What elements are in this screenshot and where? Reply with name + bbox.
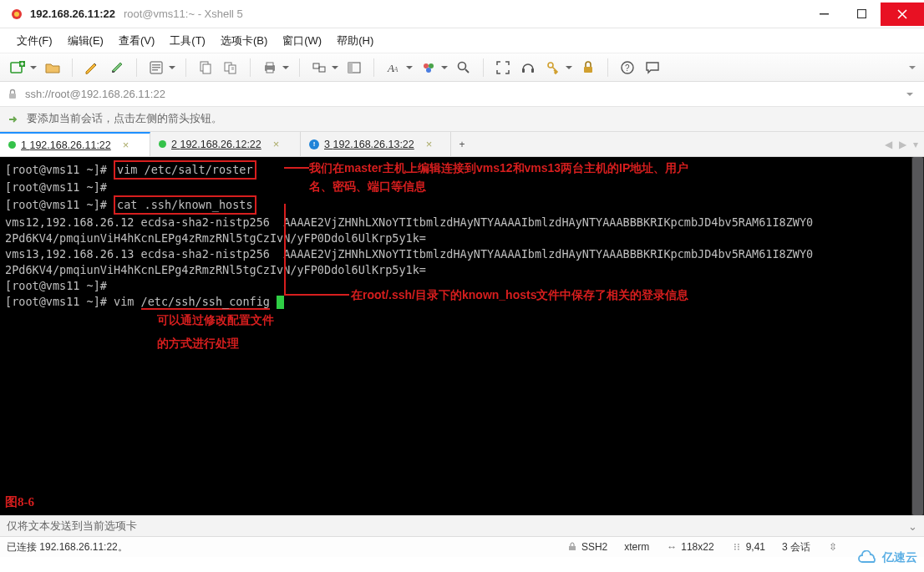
- toolbar-separator: [72, 58, 73, 77]
- svg-rect-8: [152, 64, 160, 66]
- new-tab-button[interactable]: +: [451, 132, 473, 156]
- send-target-bar[interactable]: 仅将文本发送到当前选项卡 ⌄: [0, 515, 924, 537]
- copy-icon[interactable]: [195, 57, 216, 78]
- status-bar: 已连接 192.168.26.11:22。 SSH2 xterm ↔118x22…: [0, 537, 924, 557]
- tab-list-icon[interactable]: ▾: [911, 139, 921, 150]
- chat-icon[interactable]: [642, 57, 663, 78]
- status-cursor: 9,41: [746, 541, 765, 553]
- svg-rect-31: [584, 67, 592, 73]
- color-icon[interactable]: [418, 57, 439, 78]
- svg-text:?: ?: [625, 63, 630, 73]
- toolbar-separator: [483, 58, 484, 77]
- menu-file[interactable]: 文件(F): [10, 30, 59, 52]
- size-icon: ↔: [666, 541, 678, 553]
- fullscreen-icon[interactable]: [492, 57, 514, 78]
- help-icon[interactable]: ?: [617, 57, 638, 78]
- tab-close-icon[interactable]: ×: [273, 138, 280, 150]
- status-dot-connected: [159, 140, 166, 148]
- address-lock-icon: [5, 87, 20, 102]
- address-input[interactable]: [25, 88, 901, 100]
- status-dot-connected: [8, 141, 16, 149]
- menu-tabs[interactable]: 选项卡(B): [214, 30, 274, 52]
- status-connected: 已连接 192.168.26.11:22。: [7, 540, 555, 554]
- print-icon[interactable]: [259, 57, 281, 78]
- properties-icon[interactable]: [145, 57, 167, 78]
- status-size: 118x22: [681, 541, 713, 553]
- chevron-up-down-icon[interactable]: ⇳: [827, 541, 839, 553]
- multi-paste-icon[interactable]: [220, 57, 241, 78]
- toolbar-separator: [299, 58, 300, 77]
- menubar: 文件(F) 编辑(E) 查看(V) 工具(T) 选项卡(B) 窗口(W) 帮助(…: [0, 28, 924, 53]
- maximize-button[interactable]: [843, 3, 881, 26]
- tab-close-icon[interactable]: ×: [426, 138, 433, 150]
- menu-help[interactable]: 帮助(H): [330, 30, 380, 52]
- new-session-icon[interactable]: [7, 57, 28, 78]
- terminal-prompt: [root@vms11 ~]#: [5, 198, 114, 211]
- address-dropdown[interactable]: [906, 90, 919, 99]
- new-session-dropdown[interactable]: [28, 57, 38, 78]
- key-lock-icon[interactable]: [542, 57, 564, 78]
- toolbar-overflow[interactable]: [907, 57, 917, 78]
- minimize-button[interactable]: [805, 3, 843, 26]
- menu-tools[interactable]: 工具(T): [163, 30, 212, 52]
- menu-edit[interactable]: 编辑(E): [61, 30, 110, 52]
- tab-close-icon[interactable]: ×: [123, 139, 129, 151]
- sessions-dropdown[interactable]: [330, 57, 340, 78]
- sessions-icon[interactable]: [308, 57, 330, 78]
- properties-dropdown[interactable]: [167, 57, 177, 78]
- send-target-dropdown[interactable]: ⌄: [908, 520, 917, 533]
- status-ssh: SSH2: [581, 541, 607, 553]
- cursor-icon: ⁝⁝: [731, 541, 743, 553]
- titlebar: 192.168.26.11:22 root@vms11:~ - Xshell 5: [0, 0, 924, 28]
- svg-rect-28: [522, 68, 525, 73]
- menu-window[interactable]: 窗口(W): [276, 30, 328, 52]
- font-icon[interactable]: AA: [383, 57, 404, 78]
- tab-prev-icon[interactable]: ◀: [882, 139, 895, 150]
- svg-rect-29: [531, 68, 534, 73]
- svg-rect-17: [267, 69, 273, 73]
- close-button[interactable]: [881, 3, 924, 26]
- paste-icon[interactable]: [106, 57, 128, 78]
- highlight-path-sshconfig: /etc/ssh/ssh_config: [141, 295, 270, 310]
- svg-rect-3: [858, 10, 866, 18]
- add-session-icon[interactable]: [7, 113, 20, 126]
- color-dropdown[interactable]: [439, 57, 449, 78]
- watermark: 亿速云: [857, 550, 917, 565]
- tab-label: 3 192.168.26.13:22: [324, 139, 414, 150]
- cloud-icon: [857, 550, 879, 565]
- session-tab-3[interactable]: ! 3 192.168.26.13:22 ×: [301, 132, 451, 156]
- svg-rect-12: [203, 64, 211, 73]
- print-dropdown[interactable]: [281, 57, 291, 78]
- session-tab-2[interactable]: 2 192.168.26.12:22 ×: [150, 132, 301, 156]
- svg-point-26: [426, 68, 431, 73]
- session-tab-1[interactable]: 1 192.168.26.11:22 ×: [0, 132, 150, 156]
- open-icon[interactable]: [42, 57, 63, 78]
- terminal-cmd: vim: [114, 295, 141, 308]
- terminal[interactable]: [root@vms11 ~]# vim /etc/salt/roster [ro…: [0, 157, 924, 515]
- svg-point-24: [424, 63, 429, 68]
- terminal-output: vms13,192.168.26.13 ecdsa-sha2-nistp256 …: [5, 246, 919, 262]
- tab-label: 1 192.168.26.11:22: [21, 139, 111, 151]
- svg-rect-34: [9, 94, 16, 99]
- toolbar-separator: [250, 58, 251, 77]
- sidebar-icon[interactable]: [343, 57, 365, 78]
- tab-next-icon[interactable]: ▶: [896, 139, 909, 150]
- scrollbar-thumb[interactable]: [912, 157, 923, 515]
- search-icon[interactable]: [453, 57, 475, 78]
- compose-icon[interactable]: [81, 57, 103, 78]
- key-lock-dropdown[interactable]: [564, 57, 574, 78]
- terminal-prompt: [root@vms11 ~]#: [5, 163, 114, 176]
- terminal-scrollbar[interactable]: [911, 157, 924, 515]
- svg-rect-2: [820, 13, 829, 15]
- session-tabbar: 1 192.168.26.11:22 × 2 192.168.26.12:22 …: [0, 132, 924, 157]
- svg-rect-10: [152, 69, 158, 71]
- terminal-cursor: [277, 296, 284, 309]
- lock-icon[interactable]: [577, 57, 599, 78]
- menu-view[interactable]: 查看(V): [112, 30, 161, 52]
- font-dropdown[interactable]: [404, 57, 414, 78]
- headset-icon[interactable]: [517, 57, 539, 78]
- annotation-2: 在root/.ssh/目录下的known_hosts文件中保存了相关的登录信息: [351, 286, 688, 304]
- svg-rect-19: [319, 67, 325, 72]
- annotation-arrow-1: [284, 167, 309, 169]
- toolbar-separator: [185, 58, 186, 77]
